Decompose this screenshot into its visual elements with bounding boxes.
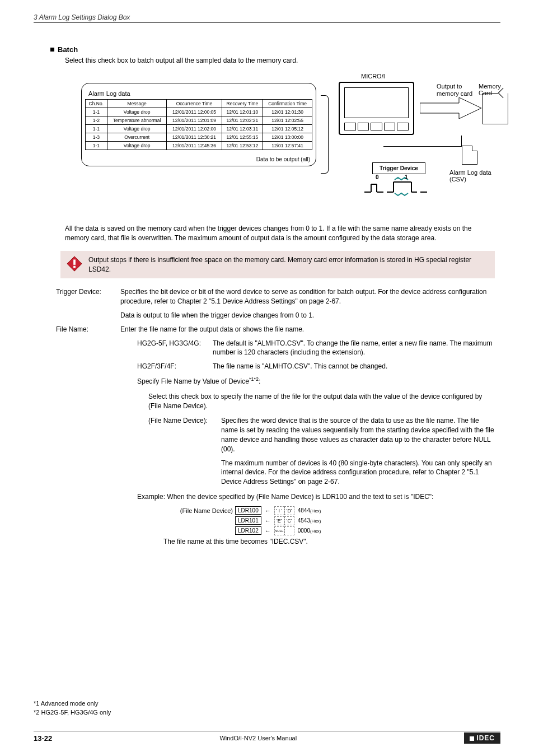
ldr-result: The file name at this time becomes "IDEC… (163, 538, 500, 545)
warning-note: Output stops if there is insufficient fr… (60, 251, 495, 279)
signal-one: 1 (405, 174, 408, 180)
file-name-desc: Enter the file name for the output data … (120, 325, 495, 334)
svg-rect-2 (73, 259, 76, 264)
svg-rect-3 (73, 266, 76, 268)
arrow-right-icon (420, 97, 481, 119)
footer-title: WindO/I-NV2 User's Manual (219, 735, 297, 741)
footer: 13-22 WindO/I-NV2 User's Manual IDEC (34, 732, 500, 744)
brand-logo: IDEC (464, 732, 500, 744)
signal-zero: 0 (376, 174, 379, 180)
header-rule (34, 22, 500, 23)
file-name-device-label: (File Name Device): (148, 416, 221, 487)
file-name-label: File Name: (56, 325, 120, 334)
trigger-signal: 0 1 (361, 176, 428, 198)
page-number: 13-22 (34, 734, 52, 743)
table-row: 1-3Overcurrent12/01/2011 12:30:2112/01 1… (86, 133, 312, 142)
section-intro: Select this check box to batch output al… (65, 56, 500, 65)
warning-text: Output stops if there is insufficient fr… (88, 255, 489, 274)
trigger-device-desc: Specifies the bit device or bit of the w… (120, 287, 495, 306)
table-row: 1-2Temperature abnormal12/01/2011 12:01:… (86, 116, 312, 125)
trigger-device-label: Trigger Device: (56, 287, 120, 306)
footnotes: *1 Advanced mode only *2 HG2G-5F, HG3G/4… (34, 699, 111, 717)
footer-rule (34, 731, 500, 731)
table-row: 1-1Voltage drop12/01/2011 12:45:3612/01 … (86, 142, 312, 150)
th-chno: Ch.No. (86, 100, 107, 108)
ldr-box: LDR102 (235, 526, 261, 535)
th-occ: Occurrence Time (167, 100, 222, 108)
svg-marker-0 (420, 97, 481, 119)
breadcrumb: 3 Alarm Log Settings Dialog Box (34, 13, 500, 21)
brace-icon (321, 95, 329, 174)
fnd-caption: (File Name Device) (174, 507, 235, 514)
hg2g-desc: The default is "ALMHTO.CSV". To change t… (213, 339, 495, 358)
footnote-2: *2 HG2G-5F, HG3G/4G only (34, 708, 111, 717)
csv-label: Alarm Log data (CSV) (449, 169, 500, 183)
alarm-caption: Alarm Log data (88, 90, 312, 97)
example-text: Example: When the device specified by (F… (137, 492, 495, 502)
document-icon (462, 146, 477, 165)
output-to-label: Output to memory card (437, 83, 472, 97)
hg2g-label: HG2G-5F, HG3G/4G: (137, 339, 213, 358)
bullet-icon (50, 48, 54, 52)
th-conf: Confirmation Time (263, 100, 312, 108)
trigger-device-desc2: Data is output to file when the trigger … (120, 311, 495, 320)
sd-card-icon (483, 93, 508, 124)
ldr-diagram: (File Name Device) LDR100 ← ' I ''D' 484… (174, 506, 500, 535)
monitor-icon (339, 82, 414, 135)
data-output-label: Data to be output (all) (256, 156, 310, 162)
table-row: 1-1Voltage drop12/01/2011 12:02:0012/01 … (86, 125, 312, 133)
file-name-device-desc2: The maximum number of devices is 40 (80 … (221, 459, 495, 487)
microi-label: MICRO/I (361, 73, 385, 80)
specify-heading: Specify File Name by Value of Device*1*2… (137, 376, 495, 386)
connector-line (383, 136, 462, 147)
trigger-device-box: Trigger Device (372, 162, 425, 174)
file-name-device-desc1: Specifies the word device that is the so… (221, 416, 495, 454)
footnote-ref: *1*2 (249, 376, 259, 382)
section-title-text: Batch (58, 45, 78, 54)
arrow-left-icon: ← (265, 528, 271, 534)
alarm-log-table: Ch.No. Message Occurrence Time Recovery … (85, 99, 312, 150)
diagram: MICRO/I Alarm Log data Ch.No. Message Oc… (59, 73, 500, 213)
th-rec: Recovery Time (222, 100, 263, 108)
th-msg: Message (107, 100, 167, 108)
alarm-log-balloon: Alarm Log data Ch.No. Message Occurrence… (81, 83, 316, 166)
warning-icon (66, 255, 83, 272)
hg2f-label: HG2F/3F/4F: (137, 362, 213, 371)
table-row: 1-1Voltage drop12/01/2011 12:00:0512/01 … (86, 108, 312, 116)
specify-desc: Select this check box to specify the nam… (148, 392, 495, 411)
arrow-left-icon: ← (265, 517, 271, 524)
section-title: Batch (50, 45, 500, 54)
ldr-box: LDR101 (235, 516, 261, 525)
ldr-box: LDR100 (235, 506, 261, 515)
footnote-1: *1 Advanced mode only (34, 699, 111, 708)
paragraph-main: All the data is saved on the memory card… (65, 224, 495, 243)
pulse-icon (361, 176, 428, 197)
hg2f-desc: The file name is "ALMHTO.CSV". This cann… (213, 362, 495, 371)
arrow-left-icon: ← (265, 507, 271, 514)
